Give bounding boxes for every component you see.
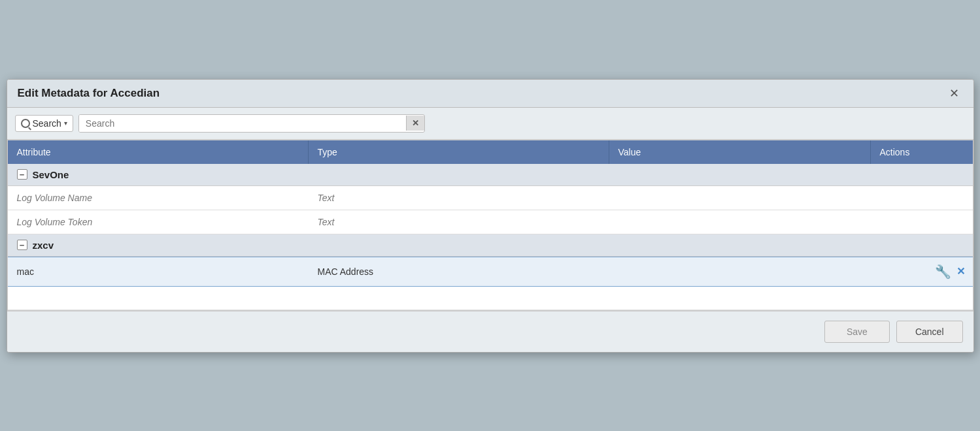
cell-attribute: Log Volume Name	[8, 186, 309, 210]
search-input-wrap: ✕	[78, 114, 425, 133]
cell-type: MAC Address	[309, 260, 609, 283]
col-header-attribute: Attribute	[8, 140, 309, 164]
group-label-zxcv: zxcv	[17, 240, 964, 251]
group-row-sevone: SevOne	[8, 164, 973, 186]
dialog-titlebar: Edit Metadata for Accedian ✕	[7, 80, 973, 108]
group-row-zxcv: zxcv	[8, 234, 973, 257]
table-row: Log Volume Token Text	[8, 210, 973, 234]
col-header-type: Type	[309, 140, 609, 164]
toolbar: Search ▾ ✕	[7, 108, 973, 140]
search-input[interactable]	[79, 115, 406, 132]
search-dropdown-label: Search	[33, 118, 61, 129]
dialog-close-button[interactable]: ✕	[945, 86, 963, 101]
cell-value	[609, 216, 871, 229]
table-row: mac MAC Address 🔧 ✕	[8, 257, 973, 287]
search-clear-button[interactable]: ✕	[406, 116, 424, 131]
edit-icon[interactable]: 🔧	[935, 264, 951, 279]
dialog-title: Edit Metadata for Accedian	[18, 87, 160, 100]
delete-icon[interactable]: ✕	[956, 265, 965, 278]
chevron-down-icon: ▾	[64, 120, 67, 127]
collapse-icon-sevone[interactable]	[17, 169, 27, 180]
table-header: Attribute Type Value Actions	[8, 140, 973, 164]
cell-type: Text	[309, 186, 609, 210]
col-header-value: Value	[609, 140, 871, 164]
col-header-actions: Actions	[871, 140, 973, 164]
cell-attribute: Log Volume Token	[8, 210, 309, 234]
group-name-sevone: SevOne	[33, 169, 69, 180]
metadata-table: Attribute Type Value Actions SevOne Log …	[7, 140, 973, 311]
edit-metadata-dialog: Edit Metadata for Accedian ✕ Search ▾ ✕ …	[7, 79, 974, 353]
empty-row	[8, 287, 973, 310]
search-icon	[21, 119, 30, 128]
cell-actions	[871, 191, 973, 204]
collapse-icon-zxcv[interactable]	[17, 240, 27, 250]
save-button[interactable]: Save	[824, 321, 890, 343]
cancel-button[interactable]: Cancel	[896, 321, 963, 343]
search-dropdown-button[interactable]: Search ▾	[15, 115, 73, 132]
table-row: Log Volume Name Text	[8, 186, 973, 210]
cell-actions	[871, 216, 973, 229]
cell-attribute: mac	[8, 260, 309, 283]
group-name-zxcv: zxcv	[33, 240, 54, 251]
cell-value	[609, 191, 871, 204]
cell-value	[609, 265, 871, 278]
dialog-footer: Save Cancel	[7, 311, 973, 352]
group-label-sevone: SevOne	[17, 169, 964, 180]
cell-actions: 🔧 ✕	[871, 257, 973, 286]
cell-type: Text	[309, 210, 609, 234]
